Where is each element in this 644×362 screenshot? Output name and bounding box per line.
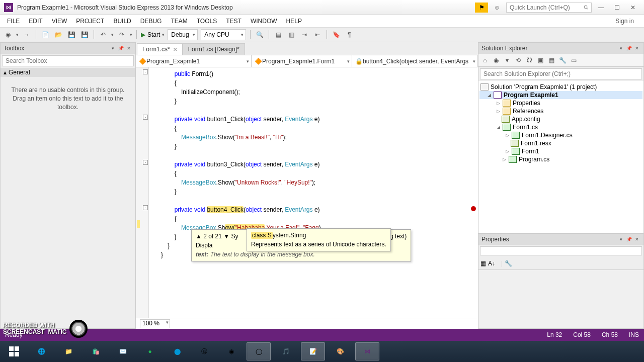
menu-view[interactable]: VIEW [48,17,71,26]
properties-grid[interactable] [478,270,643,328]
notification-icon[interactable]: ⚑ [475,3,488,13]
ie-icon[interactable]: 🌐 [29,342,53,360]
panel-dropdown-icon[interactable]: ▾ [617,236,624,243]
mail-icon[interactable]: ✉️ [111,342,135,360]
code-area[interactable]: - - - - public Form1() { InitializeCompo… [136,67,478,318]
properties-icon[interactable]: 🔧 [558,56,567,65]
param-nav-up-icon[interactable]: ▲ [196,233,202,240]
fold-icon[interactable]: - [143,205,148,210]
tree-form1designer[interactable]: ▷Form1.Designer.cs [479,131,642,139]
nav-back-icon[interactable]: ◉ [3,30,13,40]
undo-icon[interactable]: ↶ [98,30,108,40]
find-icon[interactable]: 🔍 [255,30,265,40]
tree-form1resx[interactable]: Form1.resx [479,139,642,147]
back-icon[interactable]: ◉ [492,56,501,65]
start-menu-icon[interactable] [2,342,26,360]
menu-file[interactable]: FILE [3,17,24,26]
tree-project[interactable]: ◢Program Exapmle1 [479,91,642,99]
tree-programcs[interactable]: ▷Program.cs [479,155,642,163]
new-project-icon[interactable]: 📄 [40,30,50,40]
comment-icon[interactable]: ▤ [273,30,283,40]
tab-form1-cs[interactable]: Form1.cs*✕ [137,43,183,55]
show-all-icon[interactable]: ▦ [547,56,556,65]
tree-references[interactable]: ▷References [479,107,642,115]
spotify-icon[interactable]: ● [138,342,162,360]
solution-tree[interactable]: Solution 'Program Exapmle1' (1 project) … [478,81,643,233]
menu-edit[interactable]: EDIT [25,17,46,26]
collapse-all-icon[interactable]: ▣ [536,56,545,65]
pin-icon[interactable]: 📌 [625,236,632,243]
tree-form1class[interactable]: ▷Form1 [479,147,642,155]
tree-solution[interactable]: Solution 'Program Exapmle1' (1 project) [479,83,642,91]
home-icon[interactable]: ⌂ [480,56,490,65]
tree-form1cs[interactable]: ◢Form1.cs [479,123,642,131]
visualstudio-icon[interactable]: ⋈ [355,342,379,360]
error-indicator-icon[interactable] [471,206,476,211]
toolbox-search-input[interactable] [2,55,134,66]
redo-icon[interactable]: ↷ [117,30,127,40]
menu-help[interactable]: HELP [282,17,306,26]
minimize-button[interactable]: — [594,3,608,13]
tree-appconfig[interactable]: App.config [479,115,642,123]
paint-icon[interactable]: 🎨 [328,342,352,360]
properties-object-combo[interactable] [480,246,642,255]
groove-icon[interactable]: 🎵 [274,342,298,360]
panel-close-icon[interactable]: ✕ [633,45,640,52]
refresh-icon[interactable]: 🗘 [525,56,534,65]
fold-icon[interactable]: - [143,160,148,165]
sync-icon[interactable]: ⟲ [514,56,523,65]
quick-launch-input[interactable] [506,3,592,13]
uncomment-icon[interactable]: ▥ [286,30,296,40]
platform-combo[interactable]: Any CPU [201,29,246,40]
explorer-icon[interactable]: 📁 [56,342,80,360]
indent-icon[interactable]: ⇥ [299,30,309,40]
notepad-icon[interactable]: 📝 [301,342,325,360]
menu-project[interactable]: PROJECT [72,17,108,26]
zoom-combo[interactable]: 100 % [140,319,170,328]
panel-dropdown-icon[interactable]: ▾ [109,45,116,52]
open-file-icon[interactable]: 📂 [53,30,63,40]
steam-icon[interactable]: ◉ [219,342,244,360]
nav-class[interactable]: 🔶 Program_Exapmle1.Form1 [252,55,352,67]
preview-icon[interactable]: ▭ [569,56,578,65]
param-nav-down-icon[interactable]: ▼ [223,233,229,240]
amazon-icon[interactable]: ⓐ [192,342,216,360]
tree-properties[interactable]: ▷Properties [479,99,642,107]
save-all-icon[interactable]: 💾 [79,30,90,40]
save-icon[interactable]: 💾 [66,30,76,40]
pin-icon[interactable]: 📌 [625,45,632,52]
nav-member[interactable]: 🔒 button4_Click(object sender, EventArgs [352,55,478,67]
pin-icon[interactable]: 📌 [117,45,124,52]
menu-build[interactable]: BUILD [109,17,135,26]
menu-debug[interactable]: DEBUG [136,17,166,26]
hp-icon[interactable]: ⬤ [165,342,189,360]
categorized-icon[interactable]: ▦ [480,260,486,267]
start-button[interactable]: ▶Start▾ [141,31,165,38]
toolbox-section-general[interactable]: ▴General [1,68,135,77]
menu-team[interactable]: TEAM [167,17,191,26]
tab-close-icon[interactable]: ✕ [173,47,177,52]
solexp-search-input[interactable] [480,68,642,79]
menu-tools[interactable]: TOOLS [193,17,221,26]
show-whitespace-icon[interactable]: ¶ [344,30,354,40]
store-icon[interactable]: 🛍️ [84,342,108,360]
panel-close-icon[interactable]: ✕ [125,45,132,52]
panel-close-icon[interactable]: ✕ [633,236,640,243]
close-button[interactable]: ✕ [626,3,640,13]
nav-fwd-icon[interactable]: → [22,30,32,40]
maximize-button[interactable]: ☐ [610,3,624,13]
sign-in-link[interactable]: Sign in [608,17,641,26]
config-combo[interactable]: Debug [168,29,198,40]
nav-namespace[interactable]: 🔶 Program_Exapmle1 [136,55,252,67]
fold-icon[interactable]: - [143,115,148,120]
chrome-icon[interactable]: ◯ [247,342,271,360]
tab-form1-design[interactable]: Form1.cs [Design]* [183,43,245,55]
menu-test[interactable]: TEST [222,17,246,26]
outdent-icon[interactable]: ⇤ [312,30,323,40]
bookmark-icon[interactable]: 🔖 [331,30,341,40]
menu-window[interactable]: WINDOW [247,17,281,26]
wrench-icon[interactable]: 🔧 [505,260,512,267]
alphabetical-icon[interactable]: A↓ [488,260,495,267]
panel-dropdown-icon[interactable]: ▾ [617,45,624,52]
feedback-icon[interactable]: ☺ [490,3,504,13]
